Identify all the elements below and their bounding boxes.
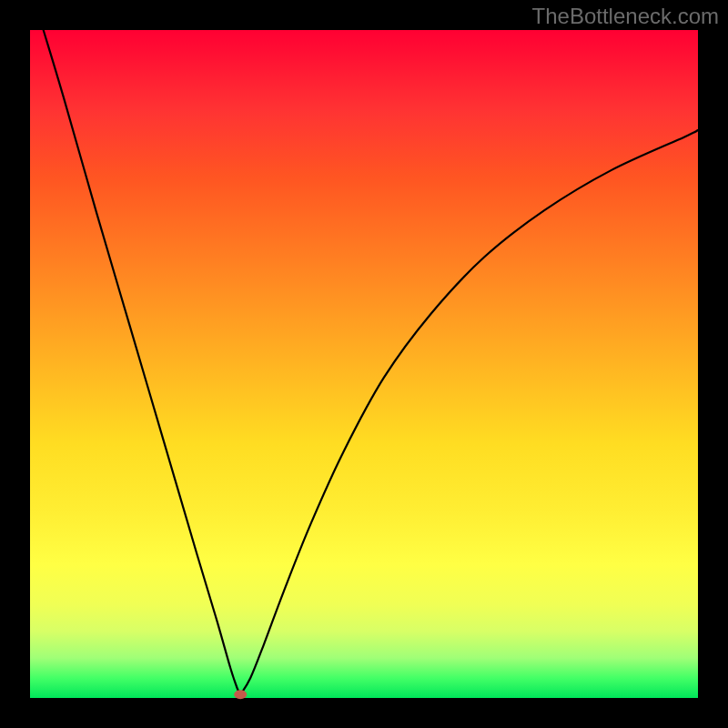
chart-frame: TheBottleneck.com <box>0 0 728 728</box>
curve-layer <box>30 30 698 698</box>
minimum-marker <box>234 690 247 699</box>
plot-area <box>30 30 698 698</box>
bottleneck-curve-left <box>44 30 241 694</box>
bottleneck-curve-right <box>240 130 698 694</box>
watermark-text: TheBottleneck.com <box>532 4 719 29</box>
